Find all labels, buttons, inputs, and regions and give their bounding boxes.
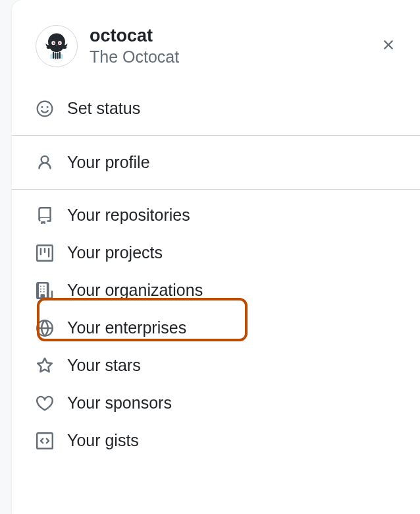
- octocat-avatar-image: [39, 29, 74, 63]
- menu-label: Your sponsors: [67, 393, 172, 413]
- menu-your-organizations[interactable]: Your organizations: [12, 271, 420, 309]
- menu-label: Set status: [67, 99, 140, 118]
- close-icon: [381, 37, 396, 53]
- svg-point-5: [56, 45, 57, 46]
- menu-your-stars[interactable]: Your stars: [12, 347, 420, 384]
- menu-your-gists[interactable]: Your gists: [12, 422, 420, 466]
- menu-label: Your enterprises: [67, 318, 186, 337]
- star-icon: [36, 357, 54, 375]
- user-menu-panel: octocat The Octocat Set status Your prof…: [12, 0, 420, 514]
- close-button[interactable]: [379, 36, 398, 54]
- user-fullname: The Octocat: [90, 47, 179, 67]
- project-icon: [36, 244, 54, 262]
- menu-your-profile[interactable]: Your profile: [12, 136, 420, 189]
- person-icon: [36, 154, 54, 172]
- organization-icon: [36, 281, 54, 300]
- menu-your-projects[interactable]: Your projects: [12, 234, 420, 271]
- menu-your-enterprises[interactable]: Your enterprises: [12, 309, 420, 347]
- svg-point-7: [47, 106, 49, 108]
- user-header: octocat The Octocat: [12, 12, 420, 86]
- menu-label: Your repositories: [67, 206, 190, 225]
- menu-set-status[interactable]: Set status: [12, 86, 420, 135]
- menu-your-repositories[interactable]: Your repositories: [12, 190, 420, 234]
- svg-point-3: [53, 42, 55, 44]
- avatar[interactable]: [36, 25, 78, 67]
- menu-label: Your organizations: [67, 281, 203, 300]
- user-info: octocat The Octocat: [90, 25, 179, 67]
- heart-icon: [36, 394, 54, 413]
- globe-icon: [36, 319, 54, 337]
- svg-point-6: [41, 106, 43, 108]
- username: octocat: [90, 25, 179, 46]
- repo-icon: [36, 206, 54, 225]
- menu-label: Your profile: [67, 153, 150, 172]
- menu-label: Your gists: [67, 431, 139, 450]
- menu-label: Your stars: [67, 356, 141, 375]
- menu-your-sponsors[interactable]: Your sponsors: [12, 384, 420, 422]
- svg-point-4: [59, 42, 61, 44]
- code-square-icon: [36, 432, 54, 450]
- menu-label: Your projects: [67, 243, 163, 262]
- smiley-icon: [36, 100, 54, 118]
